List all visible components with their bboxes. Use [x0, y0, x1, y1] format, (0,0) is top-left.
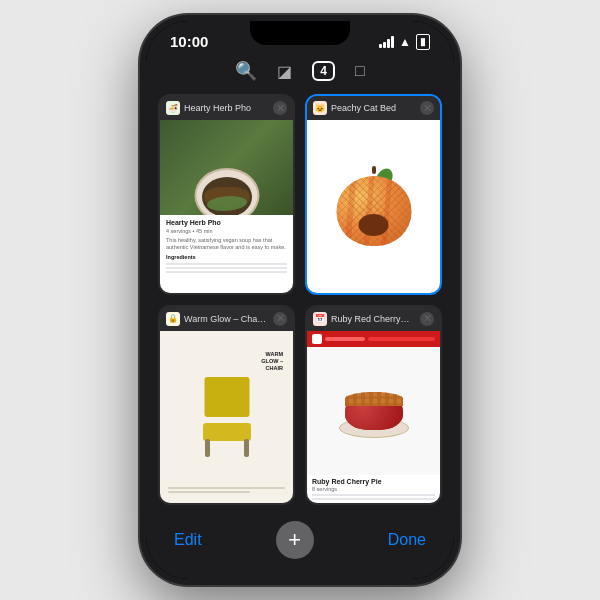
cherry-header-logo — [312, 334, 322, 344]
add-tab-icon: + — [288, 529, 301, 551]
chair-text-overlay: WARM GLOW – CHAIR — [253, 351, 283, 372]
wifi-icon: ▲ — [399, 35, 411, 49]
edit-button[interactable]: Edit — [174, 531, 202, 549]
done-button[interactable]: Done — [388, 531, 426, 549]
bar3 — [387, 39, 390, 48]
chair-line1 — [168, 487, 285, 489]
tab-favicon-cherry: 📅 — [313, 312, 327, 326]
tab-card-header-cat: 🐱 Peachy Cat Bed ✕ — [307, 96, 440, 120]
tab-close-chair[interactable]: ✕ — [273, 312, 287, 326]
tab-card-header-pho: 🍜 Hearty Herb Pho ✕ — [160, 96, 293, 120]
pho-image — [160, 120, 293, 215]
tab-close-cherry[interactable]: ✕ — [420, 312, 434, 326]
pho-card-visual: Hearty Herb Pho 4 servings • 45 min This… — [160, 120, 293, 293]
chair-leg-left — [205, 439, 210, 457]
chair-leg-right — [244, 439, 249, 457]
tab-count-badge[interactable]: 4 — [312, 61, 335, 81]
cherry-card-title: Ruby Red Cherry Pie — [312, 478, 435, 485]
tab-navigation-bar: 🔍 ◪ 4 □ — [146, 54, 454, 90]
cherry-pie-body — [345, 392, 403, 430]
status-icons: ▲ ▮ — [379, 34, 430, 50]
notch — [250, 21, 350, 45]
tab-content-cat — [307, 120, 440, 293]
tab-content-pho: Hearty Herb Pho 4 servings • 45 min This… — [160, 120, 293, 293]
chair-card-title: WARM GLOW – CHAIR — [253, 351, 283, 372]
tab-card-header-cherry: 📅 Ruby Red Cherry… ✕ — [307, 307, 440, 331]
phone-screen: 10:00 ▲ ▮ 🔍 ◪ 4 □ — [146, 21, 454, 579]
pho-divider — [166, 263, 287, 265]
tab-card-ruby-red-cherry[interactable]: 📅 Ruby Red Cherry… ✕ — [305, 305, 442, 506]
apple-body — [336, 176, 411, 246]
crust-lattice — [345, 392, 403, 406]
tab-title-cat: Peachy Cat Bed — [331, 103, 416, 113]
bar2 — [383, 42, 386, 48]
pho-card-subtitle: 4 servings • 45 min — [166, 228, 287, 235]
cherry-header-bar — [307, 331, 440, 347]
tab-content-cherry: Ruby Red Cherry Pie 8 servings — [307, 331, 440, 504]
cat-card-visual — [307, 120, 440, 293]
phone-frame: 10:00 ▲ ▮ 🔍 ◪ 4 □ — [140, 15, 460, 585]
pho-text-area: Hearty Herb Pho 4 servings • 45 min This… — [160, 215, 293, 293]
tabs-grid-icon[interactable]: ◪ — [277, 62, 292, 81]
chair-card-visual: WARM GLOW – CHAIR — [160, 331, 293, 504]
chair-bottom-lines — [168, 487, 285, 495]
cherry-text-area: Ruby Red Cherry Pie 8 servings — [307, 475, 440, 503]
cat-bed-apple-shape — [334, 166, 414, 246]
apple-stem — [372, 166, 376, 174]
tab-card-hearty-herb-pho[interactable]: 🍜 Hearty Herb Pho ✕ — [158, 94, 295, 295]
chair-visual-container — [187, 377, 267, 457]
chair-back — [204, 377, 249, 417]
signal-bars-icon — [379, 36, 394, 48]
tab-close-cat[interactable]: ✕ — [420, 101, 434, 115]
pho-card-title: Hearty Herb Pho — [166, 219, 287, 226]
cherry-card-subtitle: 8 servings — [312, 486, 435, 492]
tab-close-pho[interactable]: ✕ — [273, 101, 287, 115]
tab-card-warm-glow-chair[interactable]: 🔒 Warm Glow – Cha… ✕ — [158, 305, 295, 506]
cherry-line2 — [312, 498, 435, 500]
tab-title-pho: Hearty Herb Pho — [184, 103, 269, 113]
cherry-pie-container — [339, 383, 409, 438]
pho-line3 — [166, 271, 287, 273]
pho-line2 — [166, 267, 287, 269]
tab-title-cherry: Ruby Red Cherry… — [331, 314, 416, 324]
search-icon[interactable]: 🔍 — [235, 60, 257, 82]
bottom-bar: Edit + Done — [146, 513, 454, 579]
chair-line2 — [168, 491, 250, 493]
bar4 — [391, 36, 394, 48]
phone-inner: 10:00 ▲ ▮ 🔍 ◪ 4 □ — [146, 21, 454, 579]
cherry-header-bar2 — [368, 337, 435, 341]
tab-favicon-chair: 🔒 — [166, 312, 180, 326]
apple-hole — [359, 214, 389, 236]
tab-card-header-chair: 🔒 Warm Glow – Cha… ✕ — [160, 307, 293, 331]
cherry-card-visual: Ruby Red Cherry Pie 8 servings — [307, 331, 440, 504]
add-tab-button[interactable]: + — [276, 521, 314, 559]
tab-card-peachy-cat-bed[interactable]: 🐱 Peachy Cat Bed ✕ — [305, 94, 442, 295]
battery-icon: ▮ — [416, 34, 430, 50]
tab-favicon-pho: 🍜 — [166, 101, 180, 115]
status-time: 10:00 — [170, 33, 208, 50]
chair-seat — [203, 423, 251, 441]
pho-card-description: This healthy, satisfying vegan soup has … — [166, 237, 287, 251]
tab-content-chair: WARM GLOW – CHAIR — [160, 331, 293, 504]
tab-title-chair: Warm Glow – Cha… — [184, 314, 269, 324]
cherry-image-area — [307, 347, 440, 476]
pho-ingredients-label: Ingredients — [166, 254, 287, 261]
reader-mode-icon[interactable]: □ — [355, 62, 365, 80]
cherry-line1 — [312, 494, 435, 496]
cherry-header-text — [325, 337, 365, 341]
tab-favicon-cat: 🐱 — [313, 101, 327, 115]
bar1 — [379, 44, 382, 48]
tabs-grid: 🍜 Hearty Herb Pho ✕ — [146, 90, 454, 513]
